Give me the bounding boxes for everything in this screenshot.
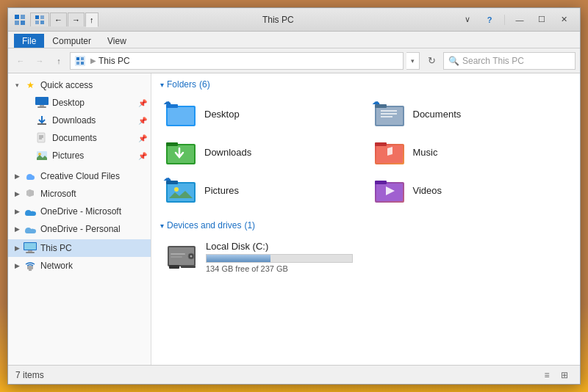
list-view-button[interactable]: ≡: [539, 369, 555, 382]
help-button[interactable]: ?: [479, 12, 500, 28]
onedrive-ms-icon: [23, 204, 37, 219]
back-history-tab[interactable]: ←: [50, 12, 67, 26]
search-icon: 🔍: [448, 56, 459, 66]
tab-computer[interactable]: Computer: [44, 34, 99, 48]
documents-icon: [35, 131, 49, 145]
folders-section-header[interactable]: ▾ Folders (6): [160, 79, 571, 90]
search-placeholder: Search This PC: [462, 56, 524, 66]
minimize-button[interactable]: —: [509, 12, 530, 28]
folders-grid: ☁ Desktop ☁: [160, 95, 571, 208]
svg-rect-39: [166, 142, 178, 146]
ribbon-tabs: File Computer View: [8, 32, 580, 48]
microsoft-icon: [23, 186, 37, 201]
drive-progress-bar: [206, 254, 353, 263]
svg-rect-49: [375, 181, 387, 184]
sidebar-label-onedrive-ms: OneDrive - Microsoft: [40, 206, 148, 217]
svg-rect-11: [76, 62, 79, 65]
tab-view[interactable]: View: [99, 34, 135, 48]
expand-net-icon: ▶: [11, 260, 23, 272]
pictures-folder-icon: ☁: [166, 176, 198, 204]
drive-item-c[interactable]: Local Disk (C:) 134 GB free of 237 GB: [160, 236, 454, 277]
desktop-icon: [35, 95, 49, 110]
close-button[interactable]: ✕: [553, 12, 574, 28]
pictures-icon: [35, 148, 49, 163]
drives-collapse-icon: ▾: [160, 222, 164, 230]
expand-odp-icon: ▶: [11, 223, 23, 235]
svg-rect-55: [171, 253, 185, 255]
svg-rect-23: [24, 243, 36, 250]
folder-item-videos[interactable]: Videos: [369, 172, 572, 208]
expand-odms-icon: ▶: [11, 206, 23, 217]
maximize-button[interactable]: ☐: [531, 12, 552, 28]
sidebar-label-pictures: Pictures: [52, 150, 137, 161]
sidebar-item-network[interactable]: ▶ Network: [8, 257, 151, 275]
svg-rect-25: [26, 252, 35, 253]
folder-item-documents[interactable]: ☁ Documents: [369, 95, 572, 132]
svg-rect-36: [381, 116, 392, 117]
sidebar-item-pictures[interactable]: Pictures 📌: [8, 147, 151, 164]
folder-item-music[interactable]: Music: [369, 134, 572, 170]
explorer-window: ← → ↑ This PC ∨ ? — ☐ ✕ File Computer Vi…: [7, 7, 581, 385]
window-controls: ∨ ? — ☐ ✕: [457, 12, 574, 28]
sidebar-item-desktop[interactable]: Desktop 📌: [8, 94, 151, 112]
svg-rect-13: [35, 97, 49, 105]
documents-folder-icon: ☁: [375, 100, 407, 128]
address-path[interactable]: ▶ This PC: [70, 52, 404, 70]
svg-rect-10: [81, 57, 84, 60]
forward-button[interactable]: →: [32, 53, 48, 69]
chevron-down-icon[interactable]: ∨: [457, 12, 478, 28]
videos-folder-label: Videos: [413, 185, 442, 196]
pin-icon: 📌: [137, 98, 148, 108]
drives-section-header[interactable]: ▾ Devices and drives (1): [160, 220, 571, 231]
sidebar-item-onedrive-ms[interactable]: ▶ OneDrive - Microsoft: [8, 203, 151, 220]
sidebar-item-this-pc[interactable]: ▶ This PC: [8, 239, 151, 257]
expand-cc-icon: ▶: [11, 170, 23, 182]
quick-access-tab[interactable]: [30, 12, 49, 26]
sidebar-item-onedrive-personal[interactable]: ▶ OneDrive - Personal: [8, 220, 151, 238]
svg-rect-26: [27, 266, 33, 269]
svg-rect-57: [169, 265, 179, 269]
back-button[interactable]: ←: [12, 53, 29, 69]
svg-rect-5: [40, 15, 44, 19]
forward-history-tab[interactable]: →: [68, 12, 85, 26]
videos-folder-icon: [375, 176, 407, 204]
spacer-icon4: [23, 150, 35, 161]
sidebar-label-this-pc: This PC: [40, 243, 148, 253]
folder-item-pictures[interactable]: ☁ Pictures: [160, 172, 363, 208]
expand-ms-icon: ▶: [11, 188, 23, 200]
sidebar-item-microsoft[interactable]: ▶ Microsoft: [8, 185, 151, 203]
pin-icon3: 📌: [137, 133, 148, 143]
breadcrumb-arrow: ▶: [90, 57, 96, 65]
folder-item-desktop[interactable]: ☁ Desktop: [160, 95, 363, 132]
item-count: 7 items: [15, 370, 44, 380]
grid-view-button[interactable]: ⊞: [556, 369, 573, 382]
drives-count: (1): [244, 220, 255, 231]
pictures-folder-label: Pictures: [204, 185, 239, 196]
window-title: This PC: [262, 15, 294, 25]
svg-rect-44: [168, 184, 194, 201]
svg-rect-12: [81, 62, 84, 65]
tab-file[interactable]: File: [14, 34, 44, 48]
refresh-button[interactable]: ↻: [423, 52, 440, 70]
desktop-folder-label: Desktop: [204, 109, 240, 120]
svg-rect-42: [375, 142, 387, 146]
svg-rect-9: [76, 57, 79, 60]
drive-size: 134 GB free of 237 GB: [206, 264, 448, 273]
expand-icon: ▾: [11, 79, 23, 91]
sidebar: ▾ ★ Quick access Desktop 📌: [8, 73, 151, 365]
search-box[interactable]: 🔍 Search This PC: [443, 52, 576, 70]
sidebar-item-downloads[interactable]: Downloads 📌: [8, 112, 151, 129]
up-tab[interactable]: ↑: [85, 12, 98, 27]
sidebar-item-documents[interactable]: Documents 📌: [8, 129, 151, 147]
pin-icon4: 📌: [137, 150, 148, 161]
svg-rect-6: [35, 21, 39, 24]
sidebar-item-quick-access[interactable]: ▾ ★ Quick access: [8, 76, 151, 94]
folder-item-downloads[interactable]: Downloads: [160, 134, 363, 170]
address-dropdown[interactable]: ▾: [406, 52, 420, 70]
view-buttons: ≡ ⊞: [539, 369, 573, 382]
up-button[interactable]: ↑: [51, 53, 67, 69]
sidebar-label-network: Network: [40, 261, 148, 271]
spacer-icon2: [23, 115, 35, 126]
downloads-folder-icon: [166, 138, 198, 166]
sidebar-item-creative-cloud[interactable]: ▶ Creative Cloud Files: [8, 167, 151, 185]
